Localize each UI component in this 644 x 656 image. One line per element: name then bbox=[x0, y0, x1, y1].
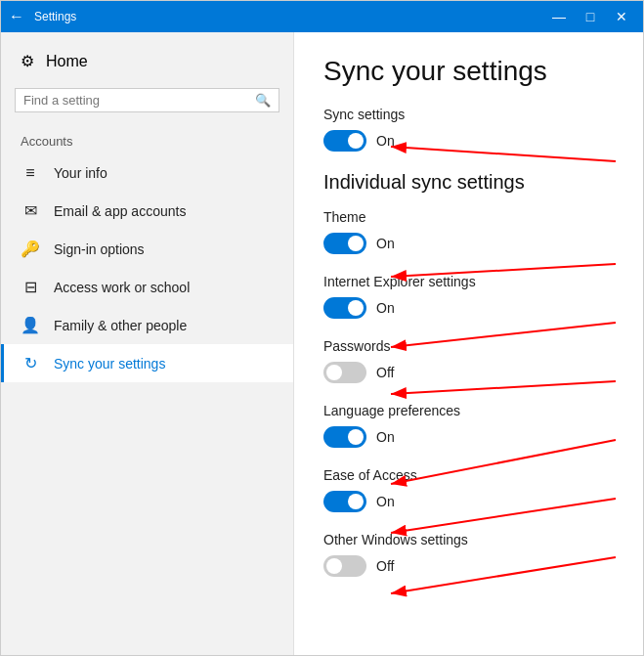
email-label: Email & app accounts bbox=[54, 203, 186, 219]
main-content: Sync your settings Sync settings On Indi… bbox=[294, 32, 643, 655]
back-button[interactable]: ← bbox=[9, 8, 24, 25]
window: ← Settings — □ ✕ ⚙ Home 🔍 Accounts ≡ You… bbox=[0, 0, 644, 656]
theme-state: On bbox=[376, 236, 395, 251]
sign-in-label: Sign-in options bbox=[54, 241, 145, 257]
other-windows-label: Other Windows settings bbox=[323, 532, 614, 547]
ease-of-access-toggle[interactable] bbox=[323, 491, 366, 512]
ie-settings-toggle[interactable] bbox=[323, 297, 366, 319]
ie-state: On bbox=[376, 300, 395, 316]
close-button[interactable]: ✕ bbox=[608, 3, 635, 30]
your-info-label: Your info bbox=[54, 165, 107, 181]
page-title: Sync your settings bbox=[323, 56, 614, 87]
family-label: Family & other people bbox=[54, 318, 187, 333]
individual-sync-title: Individual sync settings bbox=[323, 171, 614, 194]
title-bar-title: Settings bbox=[34, 10, 545, 23]
ease-state: On bbox=[376, 494, 395, 509]
passwords-state: Off bbox=[376, 365, 394, 380]
email-icon: ✉ bbox=[21, 201, 40, 220]
your-info-icon: ≡ bbox=[21, 164, 40, 182]
passwords-toggle[interactable] bbox=[323, 362, 366, 383]
theme-label: Theme bbox=[323, 209, 614, 225]
ease-of-access-label: Ease of Access bbox=[323, 467, 614, 483]
sync-icon: ↻ bbox=[21, 354, 40, 372]
search-input[interactable] bbox=[23, 93, 255, 108]
sync-settings-label: Sync settings bbox=[323, 107, 614, 122]
sidebar-item-sign-in-options[interactable]: 🔑 Sign-in options bbox=[1, 230, 293, 268]
title-bar: ← Settings — □ ✕ bbox=[1, 1, 643, 32]
ie-toggle-knob bbox=[348, 300, 364, 316]
home-label: Home bbox=[46, 53, 88, 70]
search-box[interactable]: 🔍 bbox=[15, 88, 279, 112]
family-icon: 👤 bbox=[21, 316, 40, 334]
content-area: ⚙ Home 🔍 Accounts ≡ Your info ✉ Email & … bbox=[1, 32, 643, 655]
search-icon: 🔍 bbox=[255, 93, 271, 108]
sign-in-icon: 🔑 bbox=[21, 240, 40, 258]
sync-settings-row: On bbox=[323, 130, 614, 152]
toggle-knob bbox=[348, 133, 364, 149]
sidebar-section-label: Accounts bbox=[1, 120, 293, 154]
sync-settings-toggle[interactable] bbox=[323, 130, 366, 152]
other-state: Off bbox=[376, 558, 394, 574]
language-prefs-label: Language preferences bbox=[323, 403, 614, 418]
other-windows-row: Off bbox=[323, 555, 614, 577]
work-icon: ⊟ bbox=[21, 278, 40, 296]
passwords-label: Passwords bbox=[323, 338, 614, 354]
sidebar-item-your-info[interactable]: ≡ Your info bbox=[1, 154, 293, 192]
sidebar-item-access-work-school[interactable]: ⊟ Access work or school bbox=[1, 268, 293, 306]
ease-of-access-row: On bbox=[323, 491, 614, 512]
language-toggle-knob bbox=[348, 429, 364, 445]
language-state: On bbox=[376, 429, 395, 445]
theme-row: On bbox=[323, 233, 614, 254]
sync-label: Sync your settings bbox=[54, 356, 165, 372]
language-prefs-row: On bbox=[323, 426, 614, 448]
sidebar-item-family-other-people[interactable]: 👤 Family & other people bbox=[1, 306, 293, 344]
ease-toggle-knob bbox=[348, 494, 364, 509]
minimize-button[interactable]: — bbox=[545, 3, 573, 30]
work-label: Access work or school bbox=[54, 280, 190, 295]
maximize-button[interactable]: □ bbox=[577, 3, 604, 30]
sidebar-item-home[interactable]: ⚙ Home bbox=[1, 42, 293, 80]
sidebar-item-email-app-accounts[interactable]: ✉ Email & app accounts bbox=[1, 192, 293, 230]
theme-toggle-knob bbox=[348, 236, 364, 251]
sidebar-item-sync-your-settings[interactable]: ↻ Sync your settings bbox=[1, 344, 293, 382]
passwords-row: Off bbox=[323, 362, 614, 383]
theme-toggle[interactable] bbox=[323, 233, 366, 254]
window-controls: — □ ✕ bbox=[545, 3, 635, 30]
passwords-toggle-knob bbox=[326, 365, 342, 380]
language-prefs-toggle[interactable] bbox=[323, 426, 366, 448]
other-windows-toggle[interactable] bbox=[323, 555, 366, 577]
sidebar: ⚙ Home 🔍 Accounts ≡ Your info ✉ Email & … bbox=[1, 32, 294, 655]
home-icon: ⚙ bbox=[21, 52, 34, 70]
ie-settings-row: On bbox=[323, 297, 614, 319]
other-toggle-knob bbox=[326, 558, 342, 574]
sync-settings-state: On bbox=[376, 133, 395, 149]
ie-settings-label: Internet Explorer settings bbox=[323, 274, 614, 289]
